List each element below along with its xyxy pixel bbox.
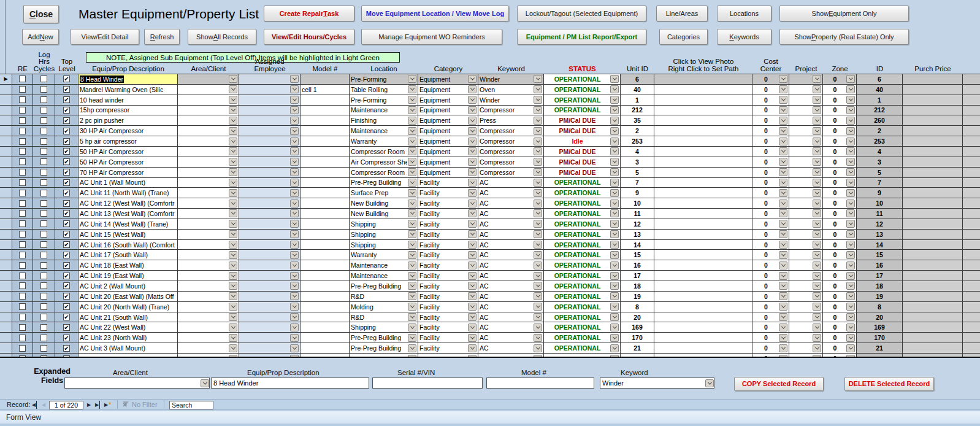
cell-project[interactable]: [789, 74, 823, 84]
cell-category[interactable]: Equipment: [418, 168, 478, 177]
log-checkbox[interactable]: [40, 158, 47, 165]
cell-zone[interactable]: 0: [823, 157, 857, 167]
cell-keyword[interactable]: AC: [478, 271, 544, 281]
cost-dropdown-button[interactable]: [779, 85, 787, 93]
cell-model[interactable]: [301, 230, 350, 239]
project-dropdown-button[interactable]: [813, 323, 821, 331]
employee-dropdown-button[interactable]: [290, 147, 299, 155]
cell-employee[interactable]: [239, 302, 301, 312]
project-dropdown-button[interactable]: [813, 230, 821, 238]
cell-status[interactable]: OPERATIONAL: [544, 230, 621, 239]
area-dropdown-button[interactable]: [229, 158, 237, 166]
cell-project[interactable]: [789, 292, 823, 301]
cell-employee[interactable]: [239, 209, 301, 219]
cell-model[interactable]: [301, 302, 350, 312]
record-selector[interactable]: [0, 115, 12, 125]
cost-dropdown-button[interactable]: [779, 323, 787, 331]
cell-model[interactable]: [301, 219, 350, 229]
keyword-dropdown-button[interactable]: [534, 230, 542, 238]
zone-dropdown-button[interactable]: [846, 334, 855, 342]
location-dropdown-button[interactable]: [408, 209, 416, 217]
line-areas-button[interactable]: Line/Areas: [656, 6, 708, 21]
cell-status[interactable]: OPERATIONAL: [544, 209, 621, 219]
area-dropdown-button[interactable]: [229, 323, 237, 331]
cell-cost[interactable]: 0: [752, 74, 789, 84]
top-checkbox[interactable]: ✔: [63, 273, 70, 279]
employee-dropdown-button[interactable]: [290, 75, 299, 83]
cell-project[interactable]: [789, 115, 823, 125]
location-dropdown-button[interactable]: [408, 334, 416, 342]
log-checkbox[interactable]: [40, 262, 47, 269]
cell-cost[interactable]: 0: [752, 240, 789, 250]
cell-status[interactable]: OPERATIONAL: [544, 260, 621, 270]
cell-purch[interactable]: [903, 188, 963, 198]
cost-dropdown-button[interactable]: [779, 251, 787, 259]
employee-dropdown-button[interactable]: [290, 209, 299, 217]
category-dropdown-button[interactable]: [468, 272, 477, 280]
cost-dropdown-button[interactable]: [779, 127, 787, 135]
log-checkbox[interactable]: [40, 220, 47, 227]
project-dropdown-button[interactable]: [813, 179, 821, 187]
cell-employee[interactable]: [239, 292, 301, 301]
re-checkbox[interactable]: [19, 293, 26, 300]
re-checkbox[interactable]: [19, 231, 26, 238]
project-dropdown-button[interactable]: [813, 241, 821, 249]
keyword-dropdown-button[interactable]: [534, 127, 542, 135]
cell-photo[interactable]: [654, 147, 752, 157]
cost-dropdown-button[interactable]: [779, 334, 787, 342]
cell-model[interactable]: cell 1: [301, 85, 350, 95]
cell-category[interactable]: Facility: [418, 260, 478, 270]
cell-location[interactable]: Shipping: [350, 322, 418, 332]
cell-category[interactable]: Facility: [418, 292, 478, 301]
cell-purch[interactable]: [903, 136, 963, 146]
cell-photo[interactable]: [654, 333, 752, 343]
employee-dropdown-button[interactable]: [290, 85, 299, 93]
area-dropdown-button[interactable]: [229, 272, 237, 280]
cell-keyword[interactable]: AC: [478, 312, 544, 322]
cost-dropdown-button[interactable]: [779, 209, 787, 217]
cell-desc[interactable]: AC Unit 23 (North Wall): [78, 333, 178, 343]
location-dropdown-button[interactable]: [408, 127, 416, 135]
log-checkbox[interactable]: [40, 169, 47, 176]
location-dropdown-button[interactable]: [408, 189, 416, 197]
status-dropdown-button[interactable]: [610, 158, 619, 166]
cell-zone[interactable]: 0: [823, 209, 857, 219]
employee-dropdown-button[interactable]: [290, 179, 299, 187]
cell-desc[interactable]: 5 hp air compressor: [78, 136, 178, 146]
location-dropdown-button[interactable]: [408, 199, 416, 207]
re-checkbox[interactable]: [19, 314, 26, 320]
cell-photo[interactable]: [654, 168, 752, 177]
cell-status[interactable]: OPERATIONAL: [544, 281, 621, 291]
re-checkbox[interactable]: [19, 303, 26, 310]
area-dropdown-button[interactable]: [229, 303, 237, 311]
keyword-dropdown-button[interactable]: [534, 189, 542, 197]
employee-dropdown-button[interactable]: [290, 168, 299, 176]
cell-category[interactable]: Facility: [418, 271, 478, 281]
show-property-only-button[interactable]: Show Property (Real Estate) Only: [779, 29, 909, 45]
zone-dropdown-button[interactable]: [846, 241, 855, 249]
cell-model[interactable]: [301, 157, 350, 167]
log-checkbox[interactable]: [40, 252, 47, 258]
cell-zone[interactable]: 0: [823, 333, 857, 343]
record-selector[interactable]: [0, 302, 12, 312]
employee-dropdown-button[interactable]: [290, 313, 299, 321]
cell-desc[interactable]: AC Unit 16 (South Wall) (Comfort: [78, 240, 178, 250]
project-dropdown-button[interactable]: [813, 303, 821, 311]
zone-dropdown-button[interactable]: [846, 323, 855, 331]
cell-purch[interactable]: [903, 147, 963, 157]
cell-purch[interactable]: [903, 219, 963, 229]
cell-location[interactable]: Shipping: [350, 219, 418, 229]
log-checkbox[interactable]: [40, 76, 47, 82]
re-checkbox[interactable]: [19, 241, 26, 248]
cell-location[interactable]: Compressor Room 1: [350, 147, 418, 157]
cell-purch[interactable]: [903, 115, 963, 125]
location-dropdown-button[interactable]: [408, 344, 416, 352]
cell-category[interactable]: Facility: [418, 333, 478, 343]
status-dropdown-button[interactable]: [610, 282, 619, 290]
cell-zone[interactable]: 0: [823, 292, 857, 301]
cell-area[interactable]: [178, 115, 239, 125]
cell-project[interactable]: [789, 271, 823, 281]
record-selector[interactable]: [0, 343, 12, 353]
cell-desc[interactable]: AC Unit 13 (West Wall) (Comfortr: [78, 209, 178, 219]
location-dropdown-button[interactable]: [408, 251, 416, 259]
